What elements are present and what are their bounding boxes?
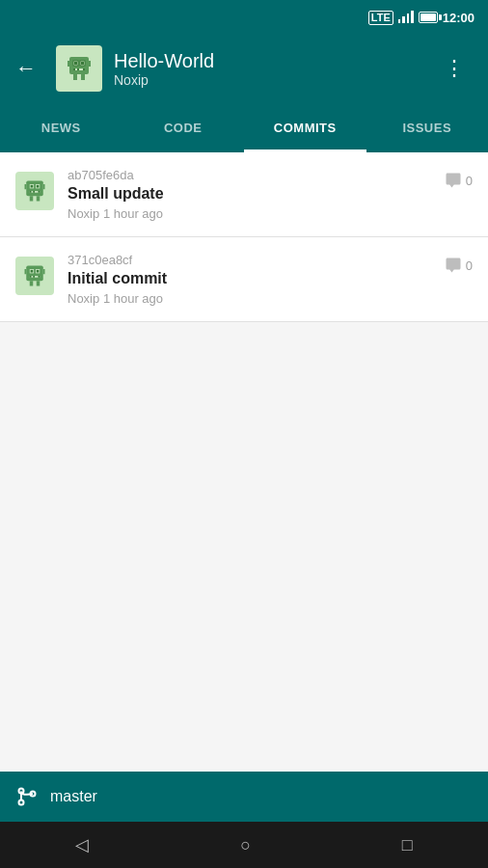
nav-home-button[interactable]: ○ xyxy=(229,824,262,867)
svg-rect-39 xyxy=(30,281,34,285)
svg-rect-15 xyxy=(26,181,43,197)
avatar-icon xyxy=(21,177,48,204)
commit-avatar xyxy=(15,257,54,295)
commit-time: 1 hour ago xyxy=(103,291,163,306)
commits-content: ab705fe6da Small update Noxip 1 hour ago… xyxy=(0,152,488,772)
svg-rect-12 xyxy=(89,61,91,67)
comment-count: 0 xyxy=(466,174,473,188)
svg-rect-5 xyxy=(74,62,77,65)
commit-item[interactable]: ab705fe6da Small update Noxip 1 hour ago… xyxy=(0,152,488,237)
svg-rect-25 xyxy=(43,184,45,189)
svg-rect-21 xyxy=(30,191,32,193)
svg-rect-28 xyxy=(26,266,43,282)
battery-icon xyxy=(419,12,438,23)
svg-rect-38 xyxy=(43,269,45,274)
svg-rect-35 xyxy=(33,276,35,278)
nav-bar: ◁ ○ □ xyxy=(0,822,488,868)
commit-message: Small update xyxy=(68,185,431,203)
status-time: 12:00 xyxy=(443,11,474,25)
commit-comments: 0 xyxy=(445,172,473,189)
svg-rect-8 xyxy=(73,68,75,70)
svg-rect-10 xyxy=(83,68,85,70)
status-bar: LTE 12:00 xyxy=(0,0,488,35)
svg-rect-40 xyxy=(37,281,41,285)
commit-author: Noxip xyxy=(68,206,99,221)
comment-count: 0 xyxy=(466,258,473,273)
svg-rect-31 xyxy=(31,270,34,273)
nav-back-button[interactable]: ◁ xyxy=(64,823,100,867)
svg-rect-6 xyxy=(81,62,84,65)
repo-info: Hello-World Noxip xyxy=(114,49,424,88)
svg-point-42 xyxy=(19,800,24,805)
svg-rect-13 xyxy=(73,74,77,80)
svg-rect-27 xyxy=(37,196,41,201)
svg-rect-18 xyxy=(31,185,34,188)
signal-icon xyxy=(398,12,414,23)
svg-rect-9 xyxy=(77,68,79,70)
status-icons: LTE 12:00 xyxy=(368,11,474,25)
tab-news[interactable]: NEWS xyxy=(0,102,122,152)
svg-rect-23 xyxy=(39,191,41,193)
svg-rect-14 xyxy=(81,74,85,80)
back-button[interactable]: ← xyxy=(8,48,44,89)
comment-icon xyxy=(445,172,462,189)
commit-meta: Noxip 1 hour ago xyxy=(68,291,431,306)
svg-rect-11 xyxy=(68,61,69,67)
repo-avatar xyxy=(56,45,102,92)
repo-owner: Noxip xyxy=(114,72,424,88)
svg-rect-26 xyxy=(30,196,34,201)
commit-time: 1 hour ago xyxy=(103,206,163,221)
comment-icon xyxy=(445,257,462,274)
svg-rect-0 xyxy=(69,57,89,74)
svg-rect-24 xyxy=(25,184,27,189)
commit-message: Initial commit xyxy=(68,270,431,287)
nav-recent-button[interactable]: □ xyxy=(391,824,424,867)
avatar-icon xyxy=(21,262,48,289)
commit-details: ab705fe6da Small update Noxip 1 hour ago xyxy=(68,168,431,221)
commit-meta: Noxip 1 hour ago xyxy=(68,206,431,221)
branch-name: master xyxy=(50,788,97,805)
svg-rect-37 xyxy=(25,269,27,274)
commit-comments: 0 xyxy=(445,257,473,274)
commit-details: 371c0ea8cf Initial commit Noxip 1 hour a… xyxy=(68,253,431,306)
svg-rect-36 xyxy=(39,276,41,278)
svg-rect-22 xyxy=(33,191,35,193)
commit-avatar xyxy=(15,172,54,210)
commit-item[interactable]: 371c0ea8cf Initial commit Noxip 1 hour a… xyxy=(0,237,488,322)
svg-rect-19 xyxy=(37,185,40,188)
tab-commits[interactable]: COMMITS xyxy=(244,102,366,152)
overflow-menu-button[interactable]: ⋮ xyxy=(436,48,473,89)
tab-code[interactable]: CODE xyxy=(122,102,245,152)
branch-icon xyxy=(15,785,39,808)
commit-author: Noxip xyxy=(68,291,99,306)
lte-icon: LTE xyxy=(368,11,393,25)
repo-name: Hello-World xyxy=(114,49,424,72)
tab-issues[interactable]: ISSUES xyxy=(366,102,489,152)
app-header: ← Hello-World Noxip ⋮ xyxy=(0,35,488,102)
commit-hash: ab705fe6da xyxy=(68,168,431,182)
avatar-icon xyxy=(64,53,95,84)
tab-bar: NEWS CODE COMMITS ISSUES xyxy=(0,102,488,152)
commit-hash: 371c0ea8cf xyxy=(68,253,431,267)
svg-rect-34 xyxy=(30,276,32,278)
branch-bar: master xyxy=(0,772,488,822)
svg-rect-32 xyxy=(37,270,40,273)
